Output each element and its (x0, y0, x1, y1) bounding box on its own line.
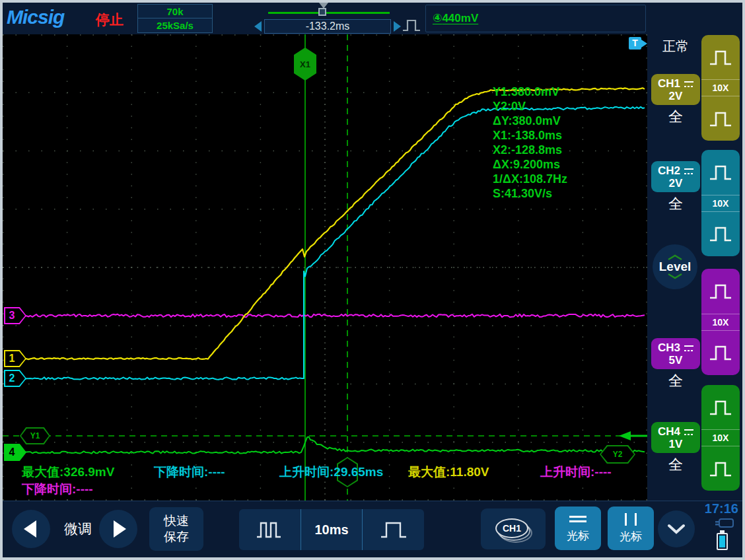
next-button[interactable] (99, 510, 137, 548)
pulse-icon (707, 341, 734, 364)
pulse-icon (707, 223, 734, 245)
ch2-badge[interactable]: CH2 2V (651, 161, 700, 192)
ch3-trigger-panel[interactable]: 10X (701, 269, 740, 375)
cursor-readout: Y1:380.0mVY2:0VΔY:380.0mVX1:-138.0msX2:-… (493, 85, 567, 201)
channel-1-position-tag[interactable]: 1 (4, 350, 26, 367)
pulse-icon (707, 161, 734, 184)
right-sidebar: 正常 CH1 2V 全 10X CH2 2V 全 10X Level CH3 (647, 34, 742, 501)
battery-icon (717, 533, 728, 550)
right-triangle-icon (114, 520, 126, 538)
pulse-icon (707, 280, 734, 302)
oscilloscope-screen: Micsig 停止 70k 25kSa/s -133.2ms ④440mV 31… (0, 0, 745, 560)
trigger-source-icon: ④ (433, 12, 442, 24)
narrow-pulses-icon (255, 516, 284, 543)
ch2-name: CH2 (658, 164, 680, 177)
readout-line: ΔX:9.200ms (493, 157, 567, 172)
ch1-bandwidth[interactable]: 全 (651, 107, 700, 127)
clock: 17:16 (705, 501, 738, 516)
brand-logo: Micsig (7, 6, 64, 28)
wide-pulse-icon (378, 516, 409, 543)
pulse-icon (707, 396, 734, 419)
more-button[interactable] (658, 510, 695, 547)
readout-line: Y2:0V (493, 99, 567, 114)
h-position-right-arrow[interactable] (394, 21, 401, 32)
vertical-cursors-icon (625, 513, 637, 526)
trigger-slope-icon (402, 17, 421, 33)
cursor-y1-marker[interactable]: Y1 (20, 427, 50, 444)
ch2-scale: 2V (669, 177, 683, 190)
h-position-value[interactable]: -133.2ms (264, 19, 391, 34)
chevron-down-icon (666, 522, 687, 536)
ch3-badge[interactable]: CH3 5V (651, 338, 700, 369)
usb-icon (715, 517, 734, 529)
fine-adjust-label: 微调 (58, 520, 98, 538)
channel-3-position-tag[interactable]: 3 (4, 307, 26, 324)
readout-line: S:41.30V/s (493, 186, 567, 201)
ch4-scale: 1V (669, 438, 683, 450)
timebase-value[interactable]: 10ms (301, 509, 363, 550)
timebase-zoom-in-button[interactable] (239, 509, 301, 550)
dc-coupling-icon (684, 345, 693, 351)
horizontal-cursor-button[interactable]: 光标 (555, 507, 601, 550)
measurements-row2: 下降时间:---- (3, 481, 647, 497)
ch2-trigger-panel[interactable]: 10X (701, 150, 740, 256)
measurement-value: 上升时间:---- (540, 464, 612, 481)
h-position-left-arrow[interactable] (254, 21, 262, 32)
trigger-info-box[interactable]: ④440mV (425, 5, 646, 32)
ch2-attenuation: 10X (713, 195, 729, 211)
readout-line: 1/ΔX:108.7Hz (493, 172, 567, 186)
level-button[interactable]: Level (653, 244, 697, 289)
ch3-bandwidth[interactable]: 全 (651, 371, 700, 391)
run-state-label[interactable]: 停止 (96, 11, 124, 29)
prev-button[interactable] (12, 510, 50, 548)
pulse-icon (707, 108, 734, 130)
ch1-badge[interactable]: CH1 2V (651, 74, 700, 105)
h-position-track (268, 12, 390, 14)
waveform-display: 3124 X1 Y1 Y2 T Y1:380.0mVY2:0VΔY:380.0m… (3, 34, 647, 501)
ch1-trigger-panel[interactable]: 10X (701, 35, 740, 141)
trigger-position-flag[interactable]: T (629, 37, 647, 50)
chevron-down-icon (666, 273, 684, 279)
readout-line: Y1:380.0mV (493, 85, 567, 99)
h-position-slider-handle[interactable] (318, 8, 326, 16)
ch3-name: CH3 (658, 341, 680, 354)
dc-coupling-icon (684, 429, 693, 435)
acquisition-box[interactable]: 70k 25kSa/s (137, 4, 213, 33)
dc-coupling-icon (684, 81, 693, 87)
dc-coupling-icon (684, 168, 693, 174)
ch2-bandwidth[interactable]: 全 (651, 194, 700, 214)
trigger-level-value: ④440mV (433, 11, 478, 25)
measurements-row1: 最大值:326.9mV下降时间:----上升时间:29.65ms最大值:11.8… (3, 464, 647, 479)
channel-4-position-tag[interactable]: 4 (4, 444, 26, 461)
trigger-mode-label[interactable]: 正常 (654, 38, 697, 55)
measurement-value: 最大值:11.80V (408, 464, 489, 481)
left-triangle-icon (24, 520, 36, 538)
horizontal-cursors-icon (569, 513, 586, 525)
measurement-value: 上升时间:29.65ms (279, 464, 383, 481)
measurement-value: 下降时间:---- (22, 481, 93, 498)
bottom-toolbar: 微调 快速 保存 10ms CH1 光标 光标 (3, 501, 742, 557)
ch4-badge[interactable]: CH4 1V (651, 422, 700, 453)
channel-select-button[interactable]: CH1 (481, 508, 546, 549)
pulse-icon (707, 46, 734, 69)
readout-line: X2:-128.8ms (493, 143, 567, 157)
quick-save-button[interactable]: 快速 保存 (149, 507, 203, 551)
ch4-name: CH4 (658, 425, 680, 438)
cursor-y2-marker[interactable]: Y2 (600, 445, 635, 464)
ch3-scale: 5V (669, 354, 683, 367)
ch1-name: CH1 (658, 77, 680, 90)
readout-line: ΔY:380.0mV (493, 114, 567, 128)
channel-select-label: CH1 (495, 518, 528, 538)
ch4-bandwidth[interactable]: 全 (651, 455, 700, 475)
timebase-zoom-out-button[interactable] (362, 509, 424, 550)
channel-2-position-tag[interactable]: 2 (4, 370, 26, 387)
sample-rate: 25kSa/s (138, 18, 212, 32)
vertical-cursor-button[interactable]: 光标 (608, 507, 654, 550)
ch3-attenuation: 10X (713, 314, 729, 330)
pulse-icon (707, 458, 734, 480)
timebase-control: 10ms (239, 509, 424, 550)
memory-depth: 70k (138, 5, 212, 18)
measurement-value: 下降时间:---- (154, 464, 225, 481)
ch4-attenuation: 10X (713, 430, 729, 446)
ch4-trigger-panel[interactable]: 10X (701, 385, 740, 491)
